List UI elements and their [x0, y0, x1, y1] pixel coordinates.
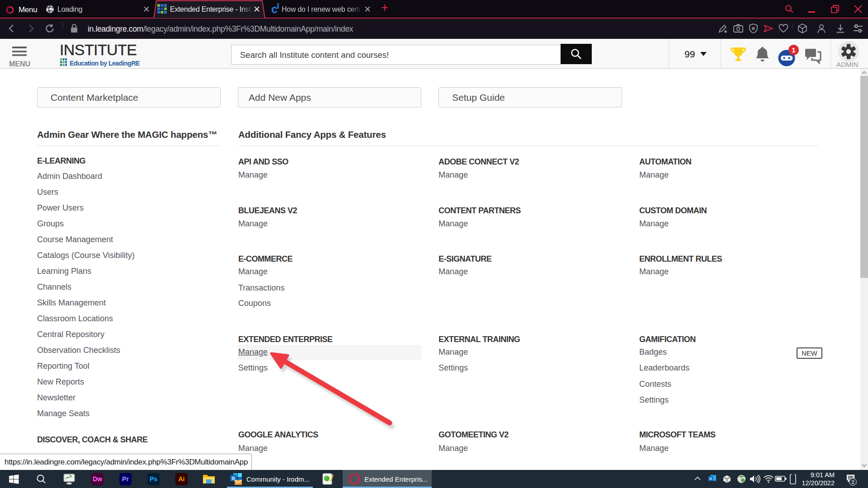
svg-text:o: o	[231, 475, 235, 481]
svg-text:o: o	[709, 476, 712, 481]
